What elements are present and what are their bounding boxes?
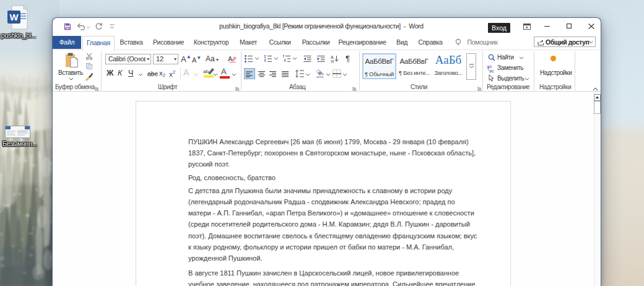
svg-text:Я: Я [331, 59, 334, 63]
svg-text:ab: ab [203, 69, 209, 74]
svg-text:ac: ac [489, 68, 494, 73]
svg-text:W: W [9, 12, 19, 22]
svg-text:А: А [331, 55, 334, 59]
svg-text:A: A [228, 55, 233, 63]
